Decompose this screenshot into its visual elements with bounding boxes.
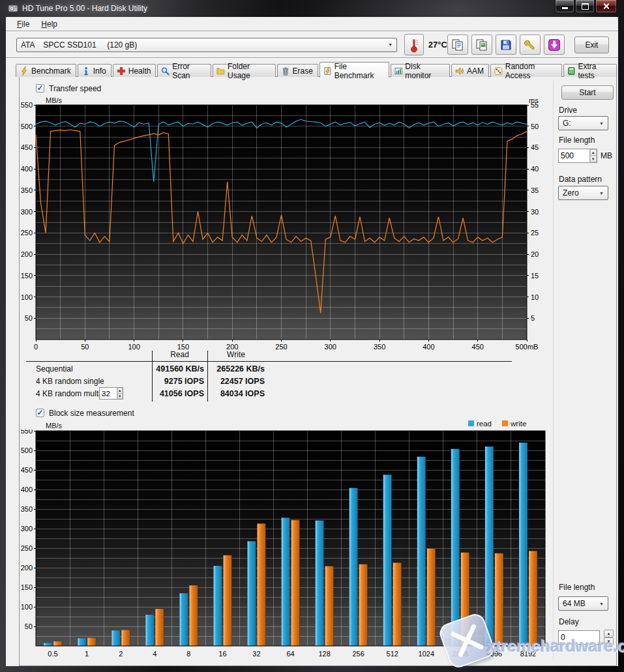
transfer-speed-checkbox[interactable] <box>36 84 44 93</box>
svg-text:0.5: 0.5 <box>48 650 57 658</box>
svg-text:30: 30 <box>531 208 539 216</box>
extra-tests-icon <box>567 66 576 76</box>
menu-item-help[interactable]: Help <box>35 18 63 30</box>
drive-selector[interactable]: ATA SPCC SSD101 (120 gB) ▼ <box>16 38 397 52</box>
file-length-input[interactable]: ▲ ▼ <box>558 149 597 163</box>
table-row-label: 4 KB random multi <box>36 389 100 398</box>
tab-error-scan[interactable]: Error Scan <box>157 64 211 77</box>
legend-item-write: write <box>502 420 526 428</box>
write-bar <box>121 630 130 646</box>
file-length-value[interactable] <box>559 149 589 162</box>
minimize-button[interactable] <box>555 0 574 13</box>
spin-down-icon[interactable]: ▼ <box>590 156 597 162</box>
svg-text:500: 500 <box>21 446 33 454</box>
close-button[interactable] <box>595 0 617 13</box>
app-window: HD Tune Pro 5.00 - Hard Disk Utility Fil… <box>0 0 624 672</box>
tab-extra-tests[interactable]: Extra tests <box>563 64 617 77</box>
health-icon <box>117 66 126 76</box>
data-pattern-select[interactable]: Zero ▼ <box>558 186 608 200</box>
tab-aam[interactable]: AAM <box>451 64 489 77</box>
svg-text:200: 200 <box>21 250 33 258</box>
block-size-label: Block size measurement <box>49 409 134 418</box>
tab-label: Erase <box>293 66 313 76</box>
write-bar <box>529 551 537 646</box>
read-bar <box>213 566 222 646</box>
options-icon <box>524 38 537 51</box>
erase-icon <box>281 66 290 76</box>
write-swatch-icon <box>502 420 508 426</box>
file-length-select[interactable]: 64 MB ▼ <box>558 596 608 611</box>
save-button[interactable] <box>496 35 516 55</box>
temperature-label: 27°C <box>428 40 447 50</box>
svg-text:64: 64 <box>286 650 294 658</box>
file-length-spinner[interactable]: ▲ ▼ <box>589 149 597 162</box>
tab-disk-monitor[interactable]: Disk monitor <box>391 64 450 77</box>
read-bar <box>417 457 426 646</box>
write-bar <box>257 523 265 646</box>
window-title: HD Tune Pro 5.00 - Hard Disk Utility <box>22 4 147 13</box>
results-table: ReadWriteSequential491560 KB/s265226 KB/… <box>26 349 512 404</box>
read-bar <box>78 638 86 646</box>
block-size-chart: 550500450400350300250200150100500.512481… <box>20 430 580 665</box>
tab-benchmark[interactable]: Benchmark <box>16 64 76 77</box>
svg-text:512: 512 <box>387 650 398 658</box>
write-bar <box>189 585 198 646</box>
spin-up-icon[interactable]: ▲ <box>590 149 597 156</box>
legend-item-read: read <box>468 420 492 428</box>
thermometer-icon <box>409 37 419 53</box>
read-bar <box>179 593 188 646</box>
tab-health[interactable]: Health <box>113 64 156 77</box>
svg-text:200: 200 <box>21 564 33 572</box>
window-controls <box>555 0 617 13</box>
svg-text:300: 300 <box>21 208 33 216</box>
read-bar <box>316 520 324 646</box>
tab-info[interactable]: Info <box>78 64 111 77</box>
copy-image-button[interactable] <box>471 35 492 55</box>
write-bar <box>427 549 436 646</box>
svg-text:45: 45 <box>531 143 539 151</box>
drive-select[interactable]: G: ▼ <box>558 116 608 130</box>
random-access-icon <box>494 66 503 76</box>
svg-text:350: 350 <box>21 505 33 513</box>
options-button[interactable] <box>520 35 541 55</box>
menu-item-file[interactable]: File <box>11 18 35 30</box>
tab-file-benchmark[interactable]: File Benchmark <box>319 62 389 78</box>
copy-text-button[interactable] <box>447 35 468 55</box>
write-bar <box>291 520 300 646</box>
table-row-label: Sequential <box>36 364 73 373</box>
svg-text:550: 550 <box>21 430 33 435</box>
tab-folder-usage[interactable]: Folder Usage <box>213 64 275 77</box>
file-length-label: File length <box>559 136 595 145</box>
table-header-write: Write <box>207 350 265 359</box>
start-button[interactable]: Start <box>561 85 614 100</box>
read-bar <box>519 443 527 646</box>
block-size-checkbox[interactable] <box>36 409 44 417</box>
svg-text:15: 15 <box>531 272 539 280</box>
tab-erase[interactable]: Erase <box>277 64 318 77</box>
chart-legend: read write <box>468 420 526 428</box>
svg-text:2: 2 <box>119 650 123 658</box>
write-bar <box>325 566 334 646</box>
file-benchmark-icon <box>323 66 332 76</box>
download-button[interactable] <box>544 35 565 55</box>
read-value: 9275 IOPS <box>91 377 204 386</box>
svg-text:20: 20 <box>531 250 539 258</box>
svg-text:25: 25 <box>531 229 539 237</box>
read-bar <box>485 446 494 646</box>
write-value: 22457 IOPS <box>211 377 265 386</box>
exit-button[interactable]: Exit <box>574 37 609 53</box>
tab-random-access[interactable]: Random Access <box>490 64 562 77</box>
client-area: FileHelp ATA SPCC SSD101 (120 gB) ▼ 27°C… <box>6 17 618 666</box>
table-header-read: Read <box>152 350 207 359</box>
svg-text:10: 10 <box>531 293 539 301</box>
titlebar[interactable]: HD Tune Pro 5.00 - Hard Disk Utility <box>0 0 624 17</box>
maximize-button[interactable] <box>575 0 595 13</box>
write-bar <box>393 562 402 646</box>
dropdown-arrow-icon: ▼ <box>596 191 604 196</box>
temperature-button[interactable] <box>404 34 424 55</box>
error-scan-icon <box>161 66 170 76</box>
read-bar <box>349 488 358 646</box>
svg-text:50: 50 <box>531 123 539 130</box>
svg-text:256: 256 <box>352 650 364 658</box>
svg-text:500: 500 <box>21 123 33 130</box>
